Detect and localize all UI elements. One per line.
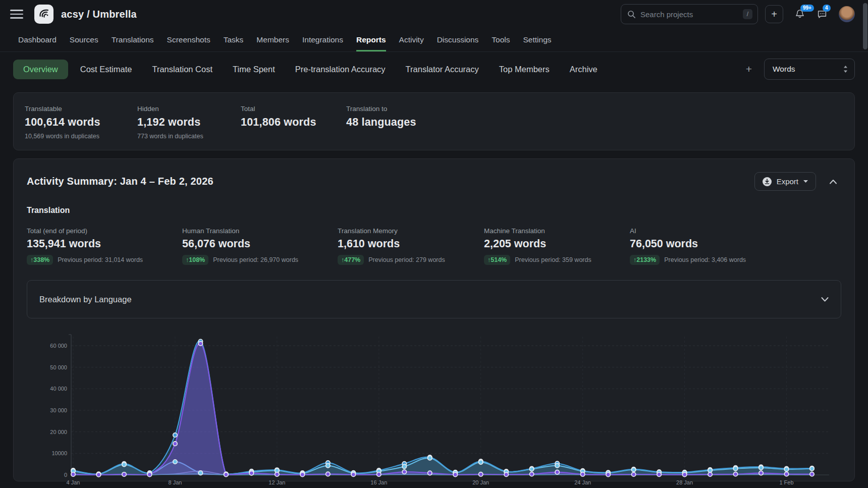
tab-screenshots[interactable]: Screenshots [167,28,210,51]
topbar: acsy / Umbrella / + 99+ 4 [0,0,868,28]
svg-text:60 000: 60 000 [50,343,67,349]
svg-text:10000: 10000 [51,450,67,456]
stat-hidden: Hidden 1,192 words 773 words in duplicat… [137,105,241,140]
delta-badge: ↑108% [182,255,208,265]
messages-badge: 4 [823,5,831,12]
activity-chart-wrap: 01000020 00030 00040 00050 00060 0004 Ja… [27,330,841,488]
select-arrows-icon [843,65,848,73]
metric-value: 76,050 words [630,238,746,250]
stat-languages: Translation to 48 languages [346,105,416,140]
tab-discussions[interactable]: Discussions [437,28,479,51]
activity-chart: 01000020 00030 00040 00050 00060 0004 Ja… [27,330,839,488]
delta-badge: ↑338% [27,255,53,265]
project-nav: Dashboard Sources Translations Screensho… [0,28,868,52]
tab-translations[interactable]: Translations [112,28,154,51]
chevron-up-icon [829,179,837,184]
unit-select[interactable]: Words [764,59,855,80]
stat-sub: 773 words in duplicates [137,133,241,140]
metric-human-translation: Human Translation 56,076 words ↑108% Pre… [182,227,338,265]
subtab-time-spent[interactable]: Time Spent [233,60,275,79]
notifications-button[interactable]: 99+ [794,9,805,20]
collapse-section-button[interactable] [829,179,837,184]
subtab-archive[interactable]: Archive [570,60,598,79]
subtab-translator-accuracy[interactable]: Translator Accuracy [406,60,479,79]
previous-period: Previous period: 26,970 words [213,256,298,263]
stat-label: Translatable [25,105,137,113]
svg-text:20 Jan: 20 Jan [472,479,489,485]
svg-text:40 000: 40 000 [50,386,67,392]
scrollbar-thumb[interactable] [863,3,867,49]
export-button[interactable]: Export [754,172,816,191]
previous-period: Previous period: 359 words [515,256,591,263]
stat-value: 1,192 words [137,116,241,129]
export-label: Export [777,177,798,186]
metric-value: 135,941 words [27,238,182,250]
previous-period: Previous period: 3,406 words [664,256,746,263]
tab-dashboard[interactable]: Dashboard [18,28,57,51]
breakdown-by-language-toggle[interactable]: Breakdown by Language [27,280,841,318]
stat-value: 48 languages [346,116,416,129]
metric-label: Human Translation [182,227,338,235]
stat-label: Translation to [346,105,416,113]
svg-text:20 000: 20 000 [50,429,67,435]
delta-badge: ↑477% [338,255,364,265]
search-icon [627,10,636,19]
tab-settings[interactable]: Settings [523,28,552,51]
hamburger-menu-icon[interactable] [10,10,23,19]
metric-total: Total (end of period) 135,941 words ↑338… [27,227,182,265]
svg-text:4 Jan: 4 Jan [67,479,80,485]
metric-label: Translation Memory [338,227,484,235]
tab-sources[interactable]: Sources [70,28,98,51]
svg-text:0: 0 [64,472,67,478]
svg-text:24 Jan: 24 Jan [574,479,591,485]
tab-tasks[interactable]: Tasks [224,28,244,51]
subtab-top-members[interactable]: Top Members [499,60,550,79]
activity-summary-card: Activity Summary: Jan 4 – Feb 2, 2026 Ex… [13,158,855,481]
metric-label: Total (end of period) [27,227,182,235]
translation-metrics: Total (end of period) 135,941 words ↑338… [27,227,841,265]
tab-activity[interactable]: Activity [399,28,424,51]
activity-summary-title: Activity Summary: Jan 4 – Feb 2, 2026 [27,176,213,187]
search-input[interactable] [640,10,743,19]
tab-reports[interactable]: Reports [356,28,386,51]
metric-value: 1,610 words [338,238,484,250]
metric-label: Machine Translation [484,227,630,235]
user-avatar[interactable] [839,6,855,22]
subtab-pretranslation-accuracy[interactable]: Pre-translation Accuracy [295,60,386,79]
translation-section-label: Translation [27,206,841,215]
stat-sub: 10,569 words in duplicates [25,133,137,140]
stat-total: Total 101,806 words [241,105,346,140]
page-scrollbar[interactable] [862,0,868,488]
breakdown-label: Breakdown by Language [39,295,132,304]
subtab-overview[interactable]: Overview [13,60,68,79]
search-shortcut-key: / [743,9,752,19]
metric-translation-memory: Translation Memory 1,610 words ↑477% Pre… [338,227,484,265]
metric-value: 56,076 words [182,238,338,250]
add-report-button[interactable]: + [746,63,752,75]
activity-summary-header: Activity Summary: Jan 4 – Feb 2, 2026 Ex… [27,172,841,191]
search-box[interactable]: / [621,4,758,24]
stat-value: 100,614 words [25,116,137,129]
delta-badge: ↑2133% [630,255,660,265]
main-content: Translatable 100,614 words 10,569 words … [0,92,868,481]
download-icon [762,177,772,187]
chevron-down-icon [821,297,829,302]
metric-machine-translation: Machine Translation 2,205 words ↑514% Pr… [484,227,630,265]
subtab-cost-estimate[interactable]: Cost Estimate [80,60,132,79]
previous-period: Previous period: 279 words [368,256,445,263]
subtab-translation-cost[interactable]: Translation Cost [152,60,212,79]
app-logo[interactable] [34,5,53,24]
svg-text:50 000: 50 000 [50,364,67,370]
stat-label: Hidden [137,105,241,113]
metric-value: 2,205 words [484,238,630,250]
create-project-button[interactable]: + [765,5,783,23]
metric-ai: AI 76,050 words ↑2133% Previous period: … [630,227,746,265]
tab-integrations[interactable]: Integrations [302,28,343,51]
metric-label: AI [630,227,746,235]
tab-tools[interactable]: Tools [492,28,510,51]
tab-members[interactable]: Members [256,28,289,51]
svg-text:12 Jan: 12 Jan [268,479,285,485]
messages-button[interactable]: 4 [817,9,828,20]
project-breadcrumb: acsy / Umbrella [61,9,137,20]
delta-badge: ↑514% [484,255,510,265]
